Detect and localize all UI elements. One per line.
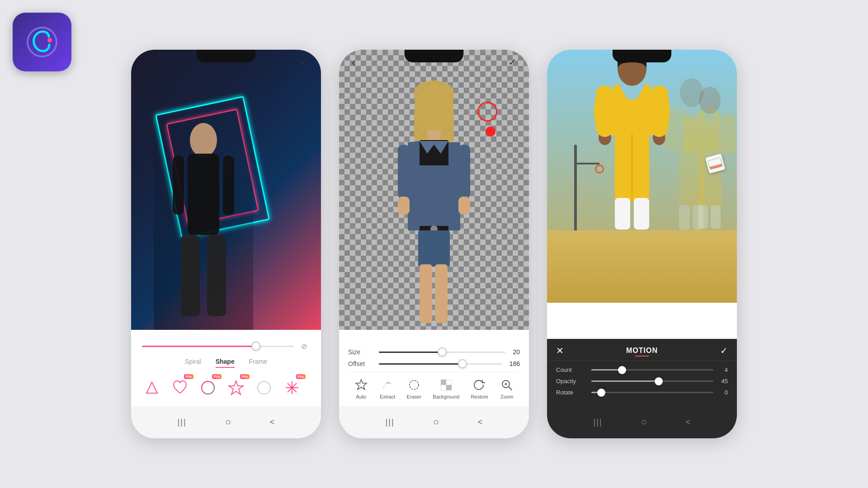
phones-container: ✓ ⊘ Spiral Shape Frame	[0, 0, 868, 488]
motion-title: MOTION	[626, 347, 658, 355]
svg-rect-26	[458, 145, 470, 199]
svg-point-11	[258, 381, 270, 394]
phone1-slider-row: ⊘	[140, 340, 312, 352]
zoom-label: Zoom	[500, 394, 513, 399]
svg-rect-58	[711, 205, 721, 229]
svg-point-2	[190, 123, 217, 157]
phone3-notch	[613, 50, 671, 62]
svg-point-1	[47, 38, 52, 42]
phone3-nav-home[interactable]: ○	[641, 416, 647, 428]
phone1-image-area	[131, 50, 321, 330]
tab-frame[interactable]: Frame	[249, 358, 267, 368]
count-slider[interactable]	[591, 369, 713, 371]
auto-label: Auto	[356, 394, 366, 399]
phone3-motion-controls: ✕ MOTION ✓ Count 4	[547, 339, 737, 406]
tool-restore[interactable]: Restore	[471, 378, 488, 399]
phone1-erase-btn[interactable]: ⊘	[297, 340, 310, 352]
phone2-check-btn[interactable]: ✓	[508, 56, 516, 68]
phone-1: ✓ ⊘ Spiral Shape Frame	[131, 50, 321, 438]
phone-2: ‹ ✓ Size 20 Offset	[339, 50, 529, 438]
svg-rect-22	[418, 230, 450, 267]
svg-rect-55	[722, 114, 736, 154]
phone3-image-area	[547, 50, 737, 303]
phone1-check-btn[interactable]: ✓	[300, 56, 308, 68]
motion-check-btn[interactable]: ✓	[720, 345, 728, 356]
phone1-nav-home[interactable]: ○	[225, 416, 231, 428]
size-thumb[interactable]	[438, 347, 447, 357]
tab-shape[interactable]: Shape	[216, 358, 235, 368]
rotate-value: 0	[717, 389, 728, 396]
phone1-nav-back[interactable]: <	[270, 418, 275, 427]
tool-background[interactable]: Background	[433, 378, 459, 399]
phone3-nav-back[interactable]: <	[686, 418, 691, 427]
rotate-thumb[interactable]	[597, 389, 605, 397]
svg-rect-45	[615, 198, 630, 230]
motion-close-btn[interactable]: ✕	[556, 345, 564, 356]
tab-spiral[interactable]: Spiral	[185, 358, 201, 368]
phone3-top-bar	[547, 50, 737, 75]
rotate-slider[interactable]	[591, 392, 713, 393]
svg-rect-4	[181, 235, 200, 316]
phone1-slider-track[interactable]	[142, 346, 294, 347]
svg-rect-30	[441, 380, 446, 385]
phone2-nav-home[interactable]: ○	[433, 416, 439, 428]
svg-rect-48	[665, 108, 680, 151]
opacity-slider[interactable]	[591, 380, 713, 382]
size-slider[interactable]	[379, 352, 505, 353]
phone-3: ✕ MOTION ✓ Count 4	[547, 50, 737, 438]
background-icon	[439, 378, 453, 392]
tool-eraser[interactable]: Eraser	[407, 378, 421, 399]
phone2-controls: Size 20 Offset 186	[339, 341, 529, 406]
shape-circle-gradient[interactable]: Pro	[196, 376, 220, 399]
svg-rect-5	[207, 235, 226, 316]
opacity-row: Opacity 45	[556, 378, 728, 385]
auto-icon	[354, 378, 368, 392]
shape-ring[interactable]	[252, 376, 276, 399]
app-icon[interactable]	[13, 13, 71, 71]
tool-zoom[interactable]: Zoom	[500, 378, 514, 399]
phone1-controls: ⊘ Spiral Shape Frame Pro	[131, 333, 321, 406]
count-thumb[interactable]	[618, 366, 626, 374]
shape-heart[interactable]: Pro	[168, 376, 192, 399]
svg-rect-23	[420, 264, 432, 323]
phone3-bottom-bar: ||| ○ <	[547, 406, 737, 438]
shape-star[interactable]: Pro	[224, 376, 248, 399]
phone2-nav-menu[interactable]: |||	[386, 418, 395, 427]
svg-rect-27	[398, 197, 410, 215]
svg-rect-6	[173, 156, 184, 215]
offset-thumb[interactable]	[458, 359, 467, 368]
svg-rect-3	[188, 154, 219, 235]
phone1-slider-thumb[interactable]	[251, 342, 260, 351]
svg-rect-33	[446, 385, 452, 390]
tool-extract[interactable]: Extract	[380, 378, 395, 399]
phone2-back-btn[interactable]: ‹	[352, 56, 356, 70]
offset-slider[interactable]	[379, 363, 502, 365]
shape-triangle[interactable]	[140, 376, 164, 399]
phone2-size-row: Size 20	[348, 348, 520, 356]
count-label: Count	[556, 366, 588, 373]
tool-auto[interactable]: Auto	[354, 378, 368, 399]
svg-line-35	[509, 387, 512, 390]
opacity-thumb[interactable]	[655, 377, 663, 385]
phone1-nav-menu[interactable]: |||	[178, 418, 187, 427]
restore-icon	[472, 378, 487, 392]
motion-header: ✕ MOTION ✓	[547, 339, 737, 361]
rotate-row: Rotate 0	[556, 389, 728, 396]
extract-icon	[380, 378, 395, 392]
eraser-indicator-dot	[486, 127, 495, 136]
offset-label: Offset	[348, 360, 375, 367]
svg-rect-24	[435, 264, 448, 323]
phone2-nav-back[interactable]: <	[478, 418, 483, 427]
shape-snowflake[interactable]: Pro	[280, 376, 304, 399]
phone2-notch	[405, 50, 463, 62]
eraser-indicator-circle	[477, 102, 497, 122]
svg-marker-10	[229, 381, 243, 394]
svg-rect-46	[634, 198, 649, 230]
phone1-notch	[197, 50, 255, 62]
phone2-bottom-bar: ||| ○ <	[339, 406, 529, 438]
background-label: Background	[433, 394, 459, 399]
phone3-nav-menu[interactable]: |||	[594, 418, 603, 427]
opacity-label: Opacity	[556, 378, 588, 385]
restore-label: Restore	[471, 394, 488, 399]
opacity-value: 45	[717, 378, 728, 385]
